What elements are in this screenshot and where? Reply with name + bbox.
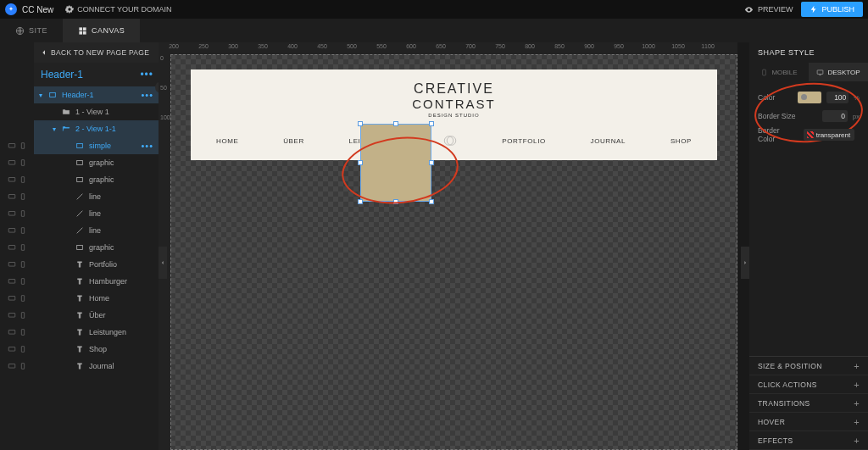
disclosure-icon[interactable]: ▾ bbox=[39, 92, 46, 99]
tab-mobile[interactable]: MOBILE bbox=[749, 63, 809, 81]
svg-rect-21 bbox=[8, 280, 15, 284]
sparkle-icon bbox=[8, 6, 14, 13]
layer-row[interactable]: Home bbox=[34, 290, 159, 307]
device-visibility-toggle[interactable] bbox=[0, 341, 34, 358]
nav-shop[interactable]: SHOP bbox=[670, 137, 692, 145]
accordion-click-actions[interactable]: CLICK ACTIONS+ bbox=[749, 375, 868, 394]
layer-row[interactable]: graphic bbox=[34, 239, 159, 256]
tab-site[interactable]: SITE bbox=[0, 19, 63, 42]
device-visibility-toggle[interactable] bbox=[0, 273, 34, 290]
layer-row[interactable]: line bbox=[34, 222, 159, 239]
layer-label: line bbox=[89, 226, 101, 235]
layer-row[interactable]: graphic bbox=[34, 154, 159, 171]
color-swatch[interactable] bbox=[798, 92, 821, 103]
border-color-label: Border Color bbox=[758, 126, 798, 143]
layer-row[interactable]: line bbox=[34, 205, 159, 222]
layer-row[interactable]: Shop bbox=[34, 341, 159, 358]
back-button[interactable]: BACK TO NEW PAGE PAGE bbox=[34, 42, 159, 63]
publish-button[interactable]: PUBLISH bbox=[801, 2, 863, 17]
resize-handle-mr[interactable] bbox=[429, 160, 434, 165]
device-visibility-toggle[interactable] bbox=[0, 324, 34, 341]
device-visibility-toggle[interactable] bbox=[0, 358, 34, 375]
layer-row[interactable]: ▾2 - View 1-1 bbox=[34, 120, 159, 137]
device-visibility-toggle[interactable] bbox=[0, 154, 34, 171]
device-visibility-toggle[interactable] bbox=[0, 256, 34, 273]
ruler-horizontal: 2002503003504004505005506006507007508008… bbox=[170, 42, 737, 54]
chevron-right-icon bbox=[743, 258, 748, 267]
accordion-label: EFFECTS bbox=[758, 436, 793, 445]
color-label: Color bbox=[758, 93, 793, 102]
collapse-right-button[interactable] bbox=[741, 247, 749, 279]
layer-row[interactable]: 1 - View 1 bbox=[34, 103, 159, 120]
ruler-tick: 400 bbox=[287, 43, 298, 49]
nav-uber[interactable]: ÜBER bbox=[283, 137, 304, 145]
mobile-icon bbox=[19, 243, 27, 252]
layer-label: 1 - View 1 bbox=[75, 108, 109, 116]
ruler-tick: 850 bbox=[554, 43, 565, 49]
nav-journal[interactable]: JOURNAL bbox=[591, 137, 626, 145]
accordion-size-position[interactable]: SIZE & POSITION+ bbox=[749, 357, 868, 375]
device-visibility-toggle[interactable] bbox=[0, 205, 34, 222]
tab-desktop[interactable]: DESKTOP bbox=[809, 63, 868, 81]
resize-handle-bm[interactable] bbox=[393, 199, 398, 204]
color-opacity-field[interactable]: 100 bbox=[826, 92, 849, 103]
border-color-swatch[interactable]: transparent bbox=[804, 129, 854, 141]
mobile-icon bbox=[19, 294, 27, 303]
layer-menu-button[interactable]: ••• bbox=[141, 141, 153, 151]
ruler-tick: 300 bbox=[228, 43, 238, 49]
text-icon bbox=[75, 294, 85, 303]
device-visibility-toggle[interactable] bbox=[0, 188, 34, 205]
layer-row[interactable]: Leistungen bbox=[34, 324, 159, 341]
canvas-stage[interactable]: CREATIVE CONTRAST DESIGN STUDIO HOME ÜBE… bbox=[170, 54, 737, 450]
desktop-icon bbox=[8, 158, 16, 167]
border-size-field[interactable]: 0 bbox=[822, 110, 848, 122]
resize-handle-tl[interactable] bbox=[358, 121, 363, 126]
selected-shape[interactable] bbox=[360, 124, 431, 202]
device-visibility-toggle[interactable] bbox=[0, 137, 34, 154]
nav-home[interactable]: HOME bbox=[216, 137, 238, 145]
device-visibility-toggle[interactable] bbox=[0, 222, 34, 239]
ruler-tick: 450 bbox=[317, 43, 327, 49]
page-menu-button[interactable]: ••• bbox=[140, 69, 153, 81]
svg-rect-1 bbox=[79, 27, 82, 31]
nav-portfolio[interactable]: PORTFOLIO bbox=[502, 137, 545, 145]
ruler-tick: 900 bbox=[584, 43, 594, 49]
layer-row[interactable]: ▾Header-1••• bbox=[34, 86, 159, 103]
svg-rect-5 bbox=[8, 144, 15, 148]
layer-menu-button[interactable]: ••• bbox=[141, 90, 153, 100]
accordion-transitions[interactable]: TRANSITIONS+ bbox=[749, 394, 868, 413]
resize-handle-bl[interactable] bbox=[358, 199, 363, 204]
resize-handle-tm[interactable] bbox=[393, 121, 398, 126]
brand-mark-icon bbox=[442, 133, 458, 148]
line-icon bbox=[75, 226, 85, 235]
resize-handle-tr[interactable] bbox=[429, 121, 434, 126]
tab-canvas[interactable]: CANVAS bbox=[63, 19, 140, 42]
layer-row[interactable]: graphic bbox=[34, 171, 159, 188]
connect-domain-button[interactable]: CONNECT YOUR DOMAIN bbox=[65, 5, 171, 14]
layer-row[interactable]: Hamburger bbox=[34, 273, 159, 290]
svg-rect-22 bbox=[21, 279, 24, 285]
page-name-field[interactable]: Header-1 ••• bbox=[34, 63, 159, 86]
preview-button[interactable]: PREVIEW bbox=[744, 5, 793, 14]
layer-row[interactable]: line bbox=[34, 188, 159, 205]
collapse-left-button[interactable] bbox=[159, 247, 167, 279]
layer-row[interactable]: Portfolio bbox=[34, 256, 159, 273]
ruler-tick: 100 bbox=[160, 114, 170, 120]
disclosure-icon[interactable]: ▾ bbox=[53, 125, 59, 133]
device-visibility-toggle[interactable] bbox=[0, 307, 34, 324]
layer-row[interactable]: Über bbox=[34, 307, 159, 324]
resize-handle-br[interactable] bbox=[429, 199, 434, 204]
ruler-tick: 750 bbox=[495, 43, 505, 49]
accordion-hover[interactable]: HOVER+ bbox=[749, 413, 868, 431]
ruler-tick: 1100 bbox=[701, 43, 715, 49]
accordion-effects[interactable]: EFFECTS+ bbox=[749, 431, 868, 450]
lightning-icon bbox=[810, 5, 818, 14]
device-visibility-toggle[interactable] bbox=[0, 239, 34, 256]
device-visibility-toggle[interactable] bbox=[0, 171, 34, 188]
resize-handle-ml[interactable] bbox=[358, 160, 363, 165]
folder-icon bbox=[61, 108, 71, 116]
layer-row[interactable]: Journal bbox=[34, 358, 159, 375]
canvas-icon bbox=[78, 26, 87, 36]
layer-row[interactable]: simple••• bbox=[34, 137, 159, 154]
device-visibility-toggle[interactable] bbox=[0, 290, 34, 307]
